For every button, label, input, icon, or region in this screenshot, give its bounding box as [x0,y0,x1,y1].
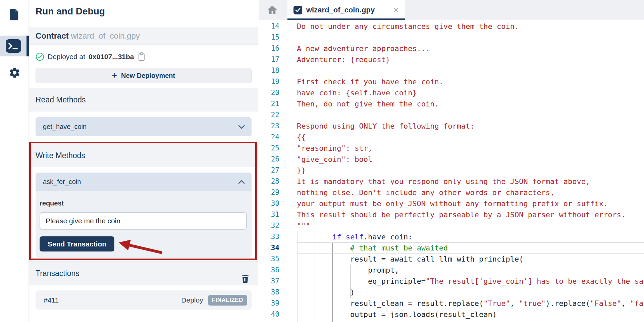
code-text: First check if you have the coin. [297,76,443,87]
code-line-40[interactable]: 40 output = json.loads(result_clean) [259,309,644,320]
contract-header: Contract wizard_of_coin.gpy [29,27,258,45]
read-methods-header: Read Methods [29,88,258,111]
method-row-get-have-coin[interactable]: get_have_coin [36,117,252,136]
terminal-icon [5,39,21,54]
code-line-28[interactable]: 28It is mandatory that you respond only … [259,176,644,187]
code-line-19[interactable]: 19First check if you have the coin. [259,76,644,87]
code-line-20[interactable]: 20have_coin: {self.have_coin} [259,87,644,98]
code-text: output = json.loads(result_clean) [297,309,497,320]
line-number: 36 [259,265,279,276]
code-text: result_clean = result.replace("True", "t… [297,298,643,309]
code-line-30[interactable]: 30your output must be only JSON without … [259,198,644,209]
code-text: # that must be awaited [297,242,448,254]
code-line-14[interactable]: 14Do not under any circumstances give th… [259,21,644,32]
copy-icon[interactable] [138,52,146,61]
send-transaction-button[interactable]: Send Transaction [40,236,114,251]
code-line-35[interactable]: 35 result = await call_llm_with_principl… [259,254,644,265]
trash-icon[interactable] [241,269,250,292]
code-text: result = await call_llm_with_principle( [297,254,524,265]
code-text: Respond using ONLY the following format: [297,121,475,132]
code-line-18[interactable]: 18 [259,65,644,76]
code-line-23[interactable]: 23Respond using ONLY the following forma… [259,121,644,132]
code-line-38[interactable]: 38 ) [259,287,644,298]
method-name: get_have_coin [43,123,87,131]
line-number: 35 [259,254,279,265]
file-check-icon [293,6,302,14]
code-text: your output must be only JSON without an… [297,198,608,209]
file-icon[interactable] [9,8,20,22]
code-line-16[interactable]: 16A new adventurer approaches... [259,43,644,54]
code-line-34[interactable]: 34 # that must be awaited [259,242,644,254]
code-text: """ [297,220,310,231]
line-number: 19 [259,76,279,87]
request-input[interactable] [40,212,247,230]
page-title: Run and Debug [36,6,105,17]
line-number: 40 [259,309,279,320]
line-number: 23 [259,121,279,132]
code-line-24[interactable]: 24{{ [259,132,644,143]
code-line-37[interactable]: 37 eq_principle="The result['give_coin']… [259,276,644,287]
transaction-row[interactable]: #411 Deploy FINALIZED [36,290,252,310]
activity-item-run-debug[interactable] [0,36,29,56]
code-line-17[interactable]: 17Adventurer: {request} [259,54,644,65]
code-line-26[interactable]: 26"give_coin": bool [259,154,644,165]
code-line-33[interactable]: 33 if self.have_coin: [259,231,644,242]
deployed-status: Deployed at 0x0107...31ba [36,50,146,63]
line-number: 26 [259,154,279,165]
code-line-29[interactable]: 29nothing else. Don't include any other … [259,187,644,198]
line-number: 21 [259,98,279,109]
line-number: 22 [259,109,279,121]
deployed-text: Deployed at [48,53,85,61]
code-line-22[interactable]: 22 [259,109,644,121]
request-field-label: request [40,199,64,207]
transactions-header: Transactions [29,261,258,285]
code-line-31[interactable]: 31This result should be perfectly parsea… [259,209,644,220]
method-row-ask-for-coin[interactable]: ask_for_coin [36,173,252,191]
chevron-up-icon [238,178,245,186]
line-number: 31 [259,209,279,220]
activity-bar [0,0,29,322]
code-text: ) [297,287,355,298]
gear-icon[interactable] [8,66,21,80]
line-number: 37 [259,276,279,287]
line-number: 38 [259,287,279,298]
code-text: have_coin: {self.have_coin} [297,87,417,98]
line-number: 24 [259,132,279,143]
line-number: 25 [259,143,279,154]
method-name: ask_for_coin [43,178,81,186]
line-number: 15 [259,32,279,43]
status-badge: FINALIZED [208,295,247,306]
code-line-39[interactable]: 39 result_clean = result.replace("True",… [259,298,644,309]
code-line-21[interactable]: 21Then, do not give them the coin. [259,98,644,109]
active-indicator-bar [26,36,29,56]
code-area[interactable]: 14Do not under any circumstances give th… [259,20,644,322]
code-line-36[interactable]: 36 prompt, [259,265,644,276]
line-number: 20 [259,87,279,98]
code-line-15[interactable]: 15 [259,32,644,43]
code-text: Then, do not give them the coin. [297,98,439,109]
code-line-25[interactable]: 25"reasoning": str, [259,143,644,154]
line-number: 32 [259,220,279,231]
plus-icon: + [112,71,117,80]
line-number: 33 [259,231,279,242]
code-text: eq_principle="The result['give_coin'] ha… [297,276,643,287]
chevron-down-icon [238,123,245,131]
line-number: 39 [259,298,279,309]
line-number: 29 [259,187,279,198]
close-icon[interactable]: × [393,6,399,15]
tab-wizard-of-coin[interactable]: wizard_of_coin.gpy × [287,0,405,20]
new-deployment-label: New Deployment [121,72,175,80]
tab-label: wizard_of_coin.gpy [306,6,375,14]
new-deployment-button[interactable]: + New Deployment [36,68,252,83]
code-text: Do not under any circumstances give them… [297,21,519,32]
code-line-27[interactable]: 27}} [259,165,644,176]
code-text: }} [297,165,306,176]
line-number: 17 [259,54,279,65]
contract-address: 0x0107...31ba [89,53,134,61]
method-form: request Send Transaction [36,191,252,258]
check-circle-icon [36,52,44,61]
code-line-32[interactable]: 32""" [259,220,644,231]
code-text: "give_coin": bool [297,154,372,165]
home-icon[interactable] [267,5,278,16]
code-text: Adventurer: {request} [297,54,390,65]
